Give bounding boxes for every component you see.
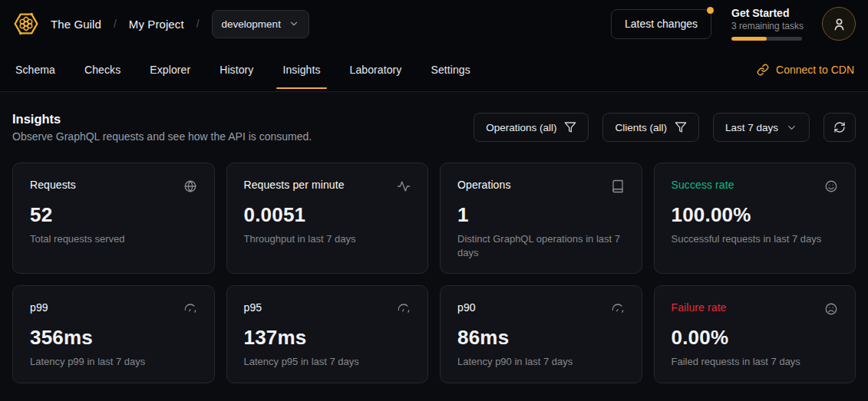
- breadcrumb: The Guild / My Project / development: [12, 10, 309, 38]
- target-selector-value: development: [222, 18, 281, 30]
- insights-page: Insights Observe GraphQL requests and se…: [0, 112, 868, 383]
- period-selector-value: Last 7 days: [725, 122, 778, 133]
- card-title: Operations: [457, 179, 510, 191]
- activity-icon: [397, 179, 411, 193]
- tabs: Schema Checks Explorer History Insights …: [14, 48, 472, 91]
- page-title: Insights: [12, 112, 312, 127]
- stat-card-requests-per-minute[interactable]: Requests per minute 0.0051 Throughput in…: [226, 163, 429, 274]
- breadcrumb-org[interactable]: The Guild: [51, 18, 101, 31]
- topbar: The Guild / My Project / development Lat…: [0, 0, 868, 48]
- tab-laboratory[interactable]: Laboratory: [348, 48, 404, 91]
- filter-icon: [675, 121, 687, 133]
- smile-icon: [824, 179, 838, 193]
- card-title: Failure rate: [672, 301, 727, 314]
- card-description: Total requests served: [30, 232, 197, 246]
- operations-filter-button[interactable]: Operations (all): [474, 113, 589, 142]
- target-selector[interactable]: development: [212, 10, 309, 38]
- chevron-down-icon: [289, 18, 299, 29]
- get-started-progress: [731, 37, 802, 41]
- person-icon: [832, 17, 847, 31]
- card-value: 0.00%: [672, 326, 839, 350]
- get-started-widget[interactable]: Get Started 3 remaining tasks: [731, 7, 802, 41]
- tab-insights[interactable]: Insights: [281, 48, 322, 91]
- period-selector[interactable]: Last 7 days: [713, 113, 810, 142]
- stat-card-requests[interactable]: Requests 52 Total requests served: [12, 163, 215, 274]
- refresh-button[interactable]: [823, 113, 856, 142]
- card-title: Requests: [30, 179, 76, 191]
- chevron-down-icon: [786, 122, 797, 133]
- card-description: Failed requests in last 7 days: [672, 355, 839, 369]
- card-value: 137ms: [244, 326, 411, 350]
- notification-dot: [707, 7, 714, 14]
- card-value: 356ms: [30, 326, 197, 350]
- stat-card-p95[interactable]: p95 137ms Latency p95 in last 7 days: [226, 285, 429, 383]
- filters: Operations (all) Clients (all) Last 7 da…: [474, 113, 856, 142]
- globe-icon: [183, 179, 197, 193]
- card-description: Successful requests in last 7 days: [672, 232, 839, 246]
- filter-icon: [564, 121, 576, 133]
- latest-changes-button[interactable]: Latest changes: [611, 9, 711, 39]
- gauge-icon: [183, 302, 197, 316]
- gauge-icon: [611, 302, 625, 316]
- tab-settings[interactable]: Settings: [429, 48, 471, 91]
- card-value: 100.00%: [672, 203, 839, 227]
- page-subtitle: Observe GraphQL requests and see how the…: [12, 130, 312, 143]
- clients-filter-label: Clients (all): [615, 122, 667, 133]
- card-description: Latency p90 in last 7 days: [457, 355, 625, 369]
- card-description: Latency p95 in last 7 days: [244, 355, 411, 369]
- get-started-subtitle: 3 remaining tasks: [731, 21, 802, 31]
- stat-card-success-rate[interactable]: Success rate 100.00% Successful requests…: [654, 163, 856, 274]
- frown-icon: [824, 302, 838, 316]
- tab-schema[interactable]: Schema: [14, 48, 57, 91]
- tab-bar: Schema Checks Explorer History Insights …: [0, 48, 868, 92]
- card-title: Requests per minute: [244, 179, 345, 191]
- stat-card-failure-rate[interactable]: Failure rate 0.00% Failed requests in la…: [654, 285, 856, 383]
- stat-cards: Requests 52 Total requests served Reques…: [12, 163, 856, 383]
- gauge-icon: [397, 302, 411, 316]
- page-head: Insights Observe GraphQL requests and se…: [12, 112, 856, 143]
- card-title: Success rate: [672, 179, 734, 191]
- refresh-icon: [833, 121, 846, 133]
- user-avatar[interactable]: [822, 7, 856, 41]
- card-description: Distinct GraphQL operations in last 7 da…: [457, 232, 625, 259]
- operations-filter-label: Operations (all): [486, 122, 556, 133]
- connect-to-cdn-label: Connect to CDN: [776, 64, 854, 76]
- clients-filter-button[interactable]: Clients (all): [602, 113, 699, 142]
- tab-history[interactable]: History: [218, 48, 255, 91]
- tab-checks[interactable]: Checks: [83, 48, 122, 91]
- get-started-title: Get Started: [731, 7, 802, 21]
- topbar-actions: Latest changes Get Started 3 remaining t…: [611, 7, 856, 41]
- breadcrumb-separator: /: [195, 18, 201, 30]
- page-titles: Insights Observe GraphQL requests and se…: [12, 112, 312, 143]
- card-title: p90: [457, 301, 476, 314]
- breadcrumb-separator: /: [112, 18, 118, 30]
- stat-card-operations[interactable]: Operations 1 Distinct GraphQL operations…: [440, 163, 642, 274]
- card-value: 86ms: [457, 326, 625, 350]
- card-description: Latency p99 in last 7 days: [30, 355, 197, 369]
- hive-logo-icon[interactable]: [12, 10, 40, 38]
- connect-to-cdn-link[interactable]: Connect to CDN: [757, 64, 854, 76]
- get-started-progress-fill: [731, 37, 767, 41]
- card-value: 52: [30, 203, 197, 227]
- link-icon: [757, 64, 769, 76]
- card-title: p95: [244, 301, 262, 314]
- breadcrumb-project[interactable]: My Project: [129, 18, 184, 31]
- latest-changes-label: Latest changes: [625, 18, 698, 30]
- book-icon: [611, 179, 625, 193]
- card-title: p99: [30, 301, 48, 314]
- stat-card-p90[interactable]: p90 86ms Latency p90 in last 7 days: [440, 285, 642, 383]
- stat-card-p99[interactable]: p99 356ms Latency p99 in last 7 days: [12, 285, 215, 383]
- card-description: Throughput in last 7 days: [244, 232, 411, 246]
- card-value: 1: [457, 203, 625, 227]
- card-value: 0.0051: [244, 203, 411, 227]
- tab-explorer[interactable]: Explorer: [148, 48, 192, 91]
